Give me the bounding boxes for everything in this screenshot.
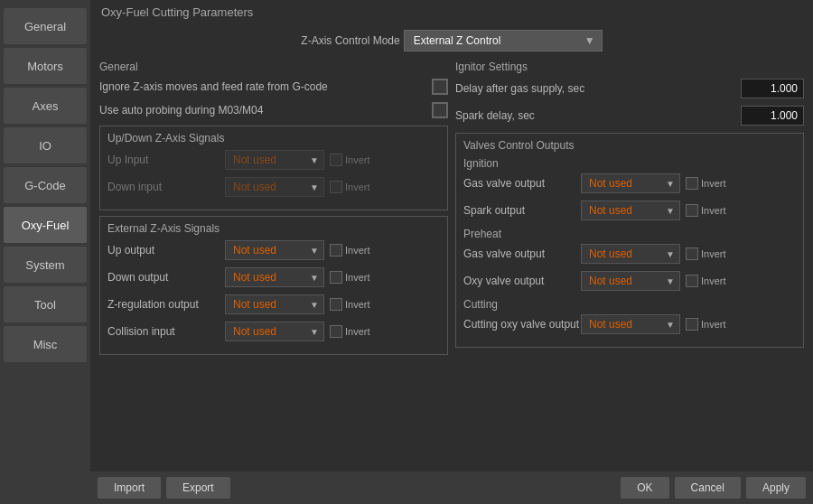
- collision-input-dropdown-container: Not used ▼: [225, 322, 324, 341]
- general-section: General Ignore Z-axis moves and feed rat…: [99, 61, 448, 118]
- collision-input-row: Collision input Not used ▼ Invert: [107, 322, 440, 341]
- ignition-gas-valve-invert-checkbox[interactable]: [686, 177, 698, 190]
- ignitor-settings-title: Ignitor Settings: [455, 61, 804, 73]
- cutting-oxy-valve-row: Cutting oxy valve output Not used ▼ Inve…: [463, 314, 796, 334]
- preheat-gas-valve-select[interactable]: Not used: [581, 244, 680, 264]
- apply-button[interactable]: Apply: [746, 477, 806, 499]
- preheat-gas-valve-invert-checkbox[interactable]: [686, 247, 698, 260]
- left-column: General Ignore Z-axis moves and feed rat…: [99, 61, 448, 360]
- main-content: Oxy-Fuel Cutting Parameters Z-Axis Contr…: [90, 0, 813, 504]
- preheat-gas-valve-invert: Invert: [686, 247, 726, 260]
- ignition-gas-valve-invert: Invert: [686, 177, 726, 190]
- spark-output-dropdown-container: Not used ▼: [581, 201, 680, 220]
- collision-input-label: Collision input: [107, 325, 225, 338]
- external-signals-title: External Z-Axis Signals: [107, 222, 440, 235]
- down-output-row: Down output Not used ▼ Invert: [107, 267, 440, 287]
- z-axis-mode-row: Z-Axis Control Mode External Z Control I…: [99, 24, 804, 61]
- up-input-invert-checkbox: [330, 154, 342, 166]
- preheat-oxy-valve-invert-checkbox[interactable]: [686, 275, 698, 287]
- preheat-oxy-valve-dropdown-container: Not used ▼: [581, 271, 680, 291]
- up-input-select[interactable]: Not used: [225, 150, 324, 170]
- ok-button[interactable]: OK: [621, 477, 668, 499]
- up-input-row: Up Input Not used ▼ Invert: [107, 150, 440, 170]
- down-input-dropdown-container: Not used ▼: [225, 177, 324, 197]
- auto-probing-label: Use auto probing during M03/M04: [99, 104, 432, 117]
- spark-output-select[interactable]: Not used: [581, 201, 680, 220]
- ignition-gas-valve-row: Gas valve output Not used ▼ Invert: [463, 173, 796, 193]
- preheat-subsection-title: Preheat: [463, 228, 796, 240]
- ignore-zaxis-checkbox[interactable]: [432, 79, 448, 95]
- down-input-invert-checkbox: [330, 181, 342, 193]
- preheat-gas-valve-dropdown-container: Not used ▼: [581, 244, 680, 264]
- cutting-oxy-valve-invert-label: Invert: [701, 319, 726, 330]
- bottom-bar: Import Export OK Cancel Apply: [90, 471, 813, 504]
- up-output-select[interactable]: Not used: [225, 240, 324, 260]
- auto-probing-row: Use auto probing during M03/M04: [99, 102, 448, 118]
- sidebar-item-tool[interactable]: Tool: [4, 286, 87, 322]
- delay-gas-input[interactable]: [741, 79, 804, 98]
- down-input-row: Down input Not used ▼ Invert: [107, 177, 440, 197]
- up-output-invert: Invert: [330, 244, 370, 257]
- down-input-select[interactable]: Not used: [225, 177, 324, 197]
- zreg-output-select[interactable]: Not used: [225, 294, 324, 314]
- down-output-dropdown-container: Not used ▼: [225, 267, 324, 287]
- collision-input-select[interactable]: Not used: [225, 322, 324, 341]
- spark-output-invert-checkbox[interactable]: [686, 204, 698, 217]
- z-axis-mode-label: Z-Axis Control Mode: [301, 34, 403, 47]
- preheat-gas-valve-row: Gas valve output Not used ▼ Invert: [463, 244, 796, 264]
- ignition-subsection-title: Ignition: [463, 157, 796, 170]
- up-input-invert: Invert: [330, 154, 370, 166]
- spark-output-invert-label: Invert: [701, 205, 726, 216]
- preheat-oxy-valve-select[interactable]: Not used: [581, 271, 680, 291]
- up-input-invert-label: Invert: [345, 154, 370, 165]
- up-output-invert-label: Invert: [345, 245, 370, 256]
- updown-signals-title: Up/Down Z-Axis Signals: [107, 132, 440, 145]
- zreg-output-invert-checkbox[interactable]: [330, 298, 342, 311]
- collision-input-invert-checkbox[interactable]: [330, 325, 342, 338]
- z-axis-mode-select[interactable]: External Z Control Internal Z Control No…: [404, 30, 603, 51]
- auto-probing-checkbox[interactable]: [432, 102, 448, 118]
- sidebar-item-general[interactable]: General: [4, 8, 87, 44]
- cancel-button[interactable]: Cancel: [675, 477, 741, 499]
- preheat-oxy-valve-invert-label: Invert: [701, 275, 726, 286]
- ignore-zaxis-label: Ignore Z-axis moves and feed rate from G…: [99, 80, 432, 93]
- page-title: Oxy-Fuel Cutting Parameters: [90, 0, 813, 24]
- up-output-invert-checkbox[interactable]: [330, 244, 342, 257]
- valves-control-title: Valves Control Outputs: [463, 139, 796, 152]
- up-output-label: Up output: [107, 244, 225, 257]
- sidebar-item-gcode[interactable]: G-Code: [4, 167, 87, 203]
- ignore-zaxis-row: Ignore Z-axis moves and feed rate from G…: [99, 79, 448, 95]
- down-input-invert: Invert: [330, 181, 370, 193]
- import-button[interactable]: Import: [98, 477, 161, 499]
- content-area: Z-Axis Control Mode External Z Control I…: [90, 24, 813, 471]
- preheat-oxy-valve-label: Oxy valve output: [463, 275, 581, 287]
- sidebar-item-motors[interactable]: Motors: [4, 48, 87, 84]
- zreg-output-invert: Invert: [330, 298, 370, 311]
- spark-delay-input[interactable]: [741, 106, 804, 126]
- updown-signals-group: Up/Down Z-Axis Signals Up Input Not used…: [99, 126, 448, 210]
- up-output-dropdown-container: Not used ▼: [225, 240, 324, 260]
- cutting-oxy-valve-dropdown-container: Not used ▼: [581, 314, 680, 334]
- zreg-output-dropdown-container: Not used ▼: [225, 294, 324, 314]
- cutting-oxy-valve-invert-checkbox[interactable]: [686, 318, 698, 331]
- sidebar-item-axes[interactable]: Axes: [4, 88, 87, 124]
- cutting-subsection-title: Cutting: [463, 298, 796, 311]
- cutting-oxy-valve-select[interactable]: Not used: [581, 314, 680, 334]
- delay-gas-label: Delay after gas supply, sec: [455, 82, 741, 95]
- sidebar-item-system[interactable]: System: [4, 247, 87, 283]
- down-output-select[interactable]: Not used: [225, 267, 324, 287]
- sidebar-item-io[interactable]: IO: [4, 127, 87, 163]
- down-output-invert-checkbox[interactable]: [330, 271, 342, 284]
- zreg-output-label: Z-regulation output: [107, 298, 225, 311]
- sidebar-item-oxyfuel[interactable]: Oxy-Fuel: [4, 207, 87, 243]
- ignitor-settings-section: Ignitor Settings Delay after gas supply,…: [455, 61, 804, 126]
- export-button[interactable]: Export: [166, 477, 230, 499]
- spark-delay-label: Spark delay, sec: [455, 109, 741, 122]
- sidebar-item-misc[interactable]: Misc: [4, 326, 87, 362]
- preheat-oxy-valve-invert: Invert: [686, 275, 726, 287]
- down-output-label: Down output: [107, 271, 225, 284]
- ignition-gas-valve-invert-label: Invert: [701, 178, 726, 189]
- ignition-gas-valve-select[interactable]: Not used: [581, 173, 680, 193]
- preheat-gas-valve-invert-label: Invert: [701, 248, 726, 259]
- spark-output-row: Spark output Not used ▼ Invert: [463, 201, 796, 220]
